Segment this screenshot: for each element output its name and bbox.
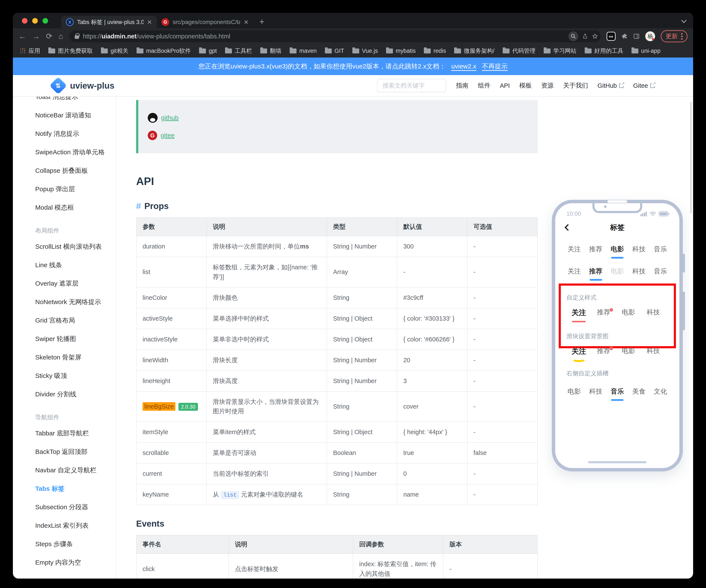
nav-link[interactable]: 组件 xyxy=(478,81,491,90)
bookmark-item[interactable]: 代码管理 xyxy=(503,47,536,55)
nav-link[interactable]: 资源 xyxy=(541,81,554,90)
sidebar-item[interactable]: Grid 宫格布局 xyxy=(13,311,116,330)
demo-tab[interactable]: 科技 xyxy=(628,267,650,281)
sidebar-item[interactable]: Toast 消息提示 xyxy=(13,96,116,106)
lens-search-icon[interactable] xyxy=(568,31,578,41)
bookmark-item[interactable]: 图片免费获取 xyxy=(48,47,93,55)
nav-link[interactable]: GitHub xyxy=(597,82,624,89)
nav-link[interactable]: Gitee xyxy=(633,82,655,89)
bookmark-item[interactable]: 学习网站 xyxy=(544,47,577,55)
demo-tab[interactable]: 推荐 xyxy=(585,245,606,259)
minimize-window-button[interactable] xyxy=(32,18,38,24)
sidebar-item[interactable]: Notify 消息提示 xyxy=(13,124,116,143)
repo-link-label[interactable]: gitee xyxy=(161,132,174,139)
uview2-link[interactable]: uview2.x xyxy=(452,62,476,70)
sidebar-item[interactable]: Steps 步骤条 xyxy=(13,535,116,553)
sidebar-item[interactable]: Overlay 遮罩层 xyxy=(13,274,116,293)
sidebar-item[interactable]: Navbar 自定义导航栏 xyxy=(13,461,116,479)
new-tab-button[interactable]: + xyxy=(260,17,264,28)
profile-avatar[interactable]: 杨 xyxy=(645,31,655,41)
browser-menu-icon[interactable] xyxy=(681,33,682,40)
bookmark-item[interactable]: 工具栏 xyxy=(225,47,252,55)
back-button[interactable]: ← xyxy=(18,32,26,40)
demo-tab[interactable]: 电影 xyxy=(616,346,641,362)
maximize-window-button[interactable] xyxy=(42,18,48,24)
sidebar-item[interactable]: Collapse 折叠面板 xyxy=(13,161,116,180)
sidebar-item[interactable]: Swiper 轮播图 xyxy=(13,330,116,348)
demo-tab[interactable]: 关注 xyxy=(563,245,585,259)
bookmark-item[interactable]: 好用的工具 xyxy=(585,47,623,55)
sidebar-item[interactable]: SwipeAction 滑动单元格 xyxy=(13,143,116,161)
tab-search-chevron-icon[interactable] xyxy=(681,17,687,23)
demo-tab[interactable]: 美食 xyxy=(628,387,650,401)
demo-tab[interactable]: 电影 xyxy=(563,387,585,401)
extension-icon[interactable]: oo xyxy=(606,32,616,41)
demo-tab[interactable]: 电影 xyxy=(616,308,641,322)
sidebar-item[interactable]: BackTop 返回顶部 xyxy=(13,443,116,461)
sidebar-item[interactable]: 布局组件 xyxy=(13,224,116,237)
demo-tab[interactable]: 科技 xyxy=(585,387,606,401)
demo-tab[interactable]: 推荐 xyxy=(585,267,606,281)
close-tab-icon[interactable]: ✕ xyxy=(244,19,249,26)
bookmark-item[interactable]: 翻墙 xyxy=(260,47,281,55)
nav-link[interactable]: 模板 xyxy=(519,81,532,90)
browser-tab-active[interactable]: X Tabs 标签 | uview-plus 3.0 - 全 ✕ xyxy=(61,16,157,28)
sidebar-item[interactable]: Subsection 分段器 xyxy=(13,498,116,516)
sidebar-item[interactable]: ScrollList 横向滚动列表 xyxy=(13,237,116,256)
url-text[interactable]: https://uiadmin.net/uview-plus/component… xyxy=(83,33,564,40)
sidebar-item[interactable]: Popup 弹出层 xyxy=(13,180,116,198)
demo-tab[interactable]: 科技 xyxy=(641,346,666,362)
anchor-hash-icon[interactable]: # xyxy=(136,201,141,211)
bookmark-item[interactable]: 微服务架构/ xyxy=(454,47,495,55)
bookmark-item[interactable]: GIT xyxy=(325,48,344,54)
demo-tab[interactable]: 音乐 xyxy=(606,387,628,401)
address-bar[interactable]: https://uiadmin.net/uview-plus/component… xyxy=(69,30,600,42)
bookmark-item[interactable]: mybatis xyxy=(386,48,416,54)
bookmark-item[interactable]: gpt xyxy=(199,48,217,54)
bookmark-star-icon[interactable] xyxy=(592,33,598,39)
sidebar-item[interactable]: Empty 内容为空 xyxy=(13,553,116,572)
share-icon[interactable] xyxy=(582,33,588,39)
browser-tab-inactive[interactable]: G src/pages/componentsC/tabs/t ✕ xyxy=(157,16,253,28)
close-tab-icon[interactable]: ✕ xyxy=(147,19,152,26)
sidebar-item[interactable]: Tabbar 底部导航栏 xyxy=(13,424,116,443)
demo-tab[interactable]: 文化 xyxy=(650,387,671,401)
demo-tab[interactable]: 科技 xyxy=(628,245,650,259)
sidebar-item[interactable]: Skeleton 骨架屏 xyxy=(13,348,116,367)
sidebar-item[interactable]: NoNetwork 无网络提示 xyxy=(13,293,116,311)
bookmark-item[interactable]: maven xyxy=(290,48,317,54)
search-input[interactable] xyxy=(377,79,446,92)
demo-tab[interactable]: 电影 xyxy=(606,267,628,281)
close-window-button[interactable] xyxy=(22,18,28,24)
dismiss-banner-link[interactable]: 不再提示 xyxy=(482,62,508,71)
bookmark-item[interactable]: git相关 xyxy=(101,47,128,55)
lock-icon[interactable] xyxy=(75,35,79,39)
demo-tab[interactable]: 电影 xyxy=(606,245,628,259)
demo-tab[interactable]: 推荐 xyxy=(591,346,616,362)
demo-tab[interactable]: 科技 xyxy=(641,308,666,322)
extensions-puzzle-icon[interactable] xyxy=(621,33,628,40)
update-browser-button[interactable]: 更新 xyxy=(661,30,688,42)
brand[interactable]: ⇅ uview-plus xyxy=(52,79,114,92)
sidebar-item[interactable]: NoticeBar 滚动通知 xyxy=(13,106,116,124)
nav-link[interactable]: 指南 xyxy=(456,81,469,90)
bookmark-item[interactable]: redis xyxy=(424,48,446,54)
repo-link[interactable]: github xyxy=(148,109,528,127)
sidebar-item[interactable]: Tabs 标签 xyxy=(13,479,116,498)
bookmark-item[interactable]: 应用 xyxy=(20,47,40,55)
demo-tab[interactable]: 关注 xyxy=(566,308,591,322)
sidebar-item[interactable]: IndexList 索引列表 xyxy=(13,516,116,535)
demo-tab[interactable]: 音乐 xyxy=(650,245,671,259)
demo-tab[interactable]: 关注 xyxy=(566,346,591,362)
bookmark-item[interactable]: uni-app xyxy=(631,48,661,54)
repo-link[interactable]: G gitee xyxy=(148,127,528,144)
sidebar-item[interactable]: Modal 模态框 xyxy=(13,198,116,217)
nav-link[interactable]: API xyxy=(500,82,510,89)
sidebar-item[interactable]: Line 线条 xyxy=(13,256,116,274)
side-panel-icon[interactable] xyxy=(633,33,640,40)
sidebar-item[interactable]: Sticky 吸顶 xyxy=(13,367,116,385)
demo-tab[interactable]: 音乐 xyxy=(650,267,671,281)
bookmark-item[interactable]: Vue.js xyxy=(352,48,378,54)
nav-link[interactable]: 关于我们 xyxy=(563,81,588,90)
forward-button[interactable]: → xyxy=(32,32,40,40)
